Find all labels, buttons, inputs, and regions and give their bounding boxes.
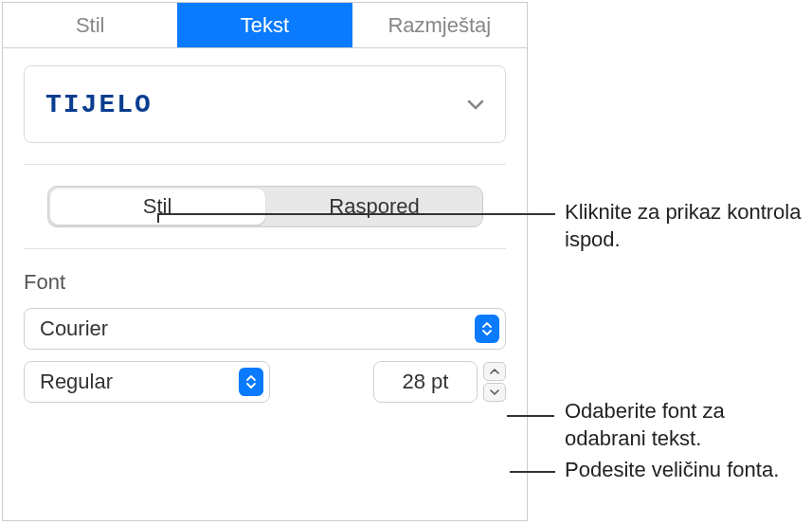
top-tabs: Stil Tekst Razmještaj — [3, 3, 527, 48]
tab-stil[interactable]: Stil — [3, 3, 177, 47]
divider — [24, 164, 506, 165]
callout-font-size: Podesite veličinu fonta. — [565, 457, 806, 484]
font-size-step-down[interactable] — [483, 383, 506, 402]
callout-font-family: Odaberite font za odabrani tekst. — [565, 398, 806, 452]
callout-segmented: Kliknite za prikaz kontrola ispod. — [565, 199, 802, 253]
tab-tekst[interactable]: Tekst — [177, 3, 352, 47]
segment-raspored[interactable]: Raspored — [267, 187, 482, 226]
callout-tick — [157, 213, 159, 223]
font-size-input[interactable] — [373, 361, 478, 403]
segmented-control: Stil Raspored — [47, 186, 483, 227]
paragraph-style-dropdown[interactable]: TIJELO — [24, 65, 506, 143]
font-section-label: Font — [24, 270, 506, 295]
updown-icon — [239, 368, 263, 396]
font-size-step-up[interactable] — [483, 362, 506, 381]
font-family-value: Courier — [40, 316, 108, 341]
font-size-stepper — [483, 362, 506, 402]
updown-icon — [475, 315, 499, 343]
callout-line — [157, 213, 555, 215]
font-family-select[interactable]: Courier — [24, 308, 506, 350]
font-weight-select[interactable]: Regular — [24, 361, 270, 403]
tab-razmjestaj[interactable]: Razmještaj — [352, 3, 527, 47]
divider — [24, 248, 506, 249]
callout-line — [510, 471, 555, 473]
callout-line — [507, 415, 554, 417]
font-section: Font Courier Regular — [24, 270, 506, 403]
segmented-row: Stil Raspored — [24, 186, 506, 227]
inspector-panel: Stil Tekst Razmještaj TIJELO Stil Raspor… — [2, 2, 528, 521]
font-weight-value: Regular — [40, 370, 113, 394]
font-size-group — [373, 361, 506, 403]
paragraph-style-label: TIJELO — [45, 90, 153, 119]
chevron-down-icon — [467, 92, 484, 117]
